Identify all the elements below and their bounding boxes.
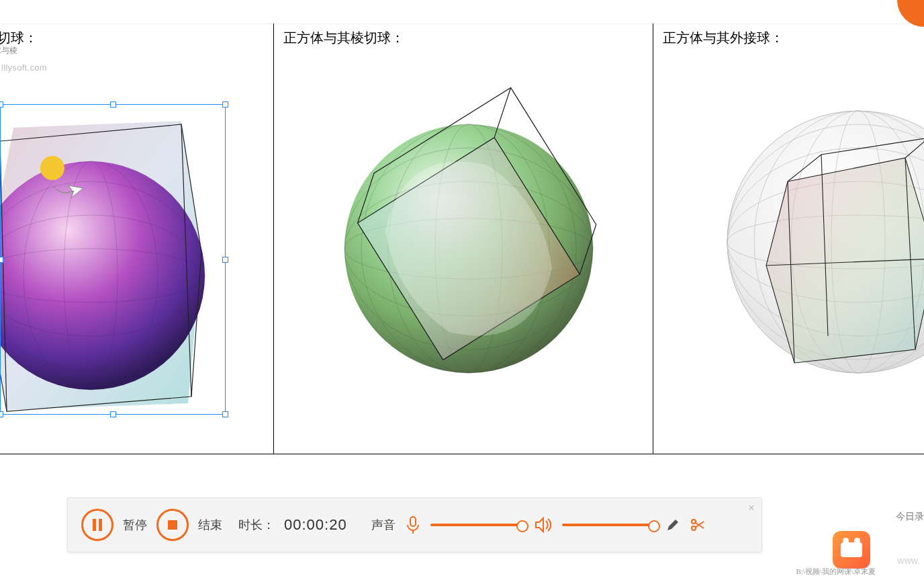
cropped-text-fragment: 球与棱 <box>0 45 17 56</box>
duration-value: 00:00:20 <box>284 516 347 534</box>
resize-handle-tm[interactable] <box>110 101 116 108</box>
pen-icon[interactable] <box>665 518 680 532</box>
content-bottom-border <box>0 454 924 454</box>
stop-label: 结束 <box>198 517 222 533</box>
figure-cube-midsphere[interactable] <box>328 87 610 397</box>
resize-handle-mr[interactable] <box>222 257 228 263</box>
pause-icon <box>93 519 102 531</box>
camera-icon <box>841 542 862 557</box>
watermark-text: lllysoft.com <box>1 63 47 73</box>
recorder-app-badge[interactable] <box>833 531 870 569</box>
pause-label: 暂停 <box>123 517 147 533</box>
slider-knob[interactable] <box>516 520 528 532</box>
resize-handle-tr[interactable] <box>222 101 228 108</box>
figure-cube-circumsphere[interactable] <box>714 94 924 390</box>
resize-handle-ml[interactable] <box>0 257 3 263</box>
pause-button[interactable] <box>81 509 113 541</box>
resize-handle-tl[interactable] <box>0 101 3 108</box>
top-bar <box>0 0 924 24</box>
panel-midsphere: 正方体与其棱切球： <box>274 24 653 454</box>
resize-handle-bm[interactable] <box>110 411 116 417</box>
corner-decoration <box>897 0 924 27</box>
scissors-icon[interactable] <box>690 517 706 533</box>
panel-title: 正方体与其棱切球： <box>283 29 643 47</box>
panel-inscribed-sphere: 切球： 球与棱 lllysoft.com <box>0 24 274 454</box>
speaker-volume-slider[interactable] <box>562 524 656 526</box>
screen-recorder-bar[interactable]: × 暂停 结束 时长： 00:00:20 声音 <box>67 497 762 552</box>
panel-title: 正方体与其外接球： <box>663 29 915 47</box>
panel-circumsphere: 正方体与其外接球： <box>653 24 924 454</box>
resize-handle-br[interactable] <box>222 411 228 417</box>
content-row: 切球： 球与棱 lllysoft.com <box>0 24 924 454</box>
mic-icon[interactable] <box>405 515 421 534</box>
svg-rect-30 <box>410 517 416 526</box>
stop-icon <box>168 520 177 530</box>
slider-knob[interactable] <box>648 520 660 532</box>
duration-label: 时长： <box>238 517 275 533</box>
resize-handle-bl[interactable] <box>0 411 3 417</box>
speaker-icon[interactable] <box>534 516 553 534</box>
side-caption: 今日录 <box>896 511 924 523</box>
selection-box[interactable] <box>0 104 226 415</box>
mic-volume-slider[interactable] <box>430 524 524 526</box>
panel-title: 切球： <box>0 29 264 47</box>
close-icon[interactable]: × <box>748 501 755 515</box>
corner-watermark: www. <box>898 555 920 566</box>
footer-save-path: B:\视频\我的网课\卓末夏 <box>796 567 876 577</box>
sound-label: 声音 <box>371 517 396 533</box>
stop-button[interactable] <box>156 509 189 541</box>
